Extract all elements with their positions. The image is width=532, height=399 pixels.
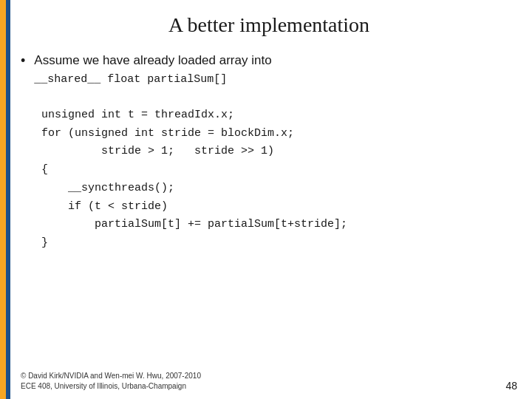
code-block: unsigned int t = threadIdx.x; for (unsig… bbox=[41, 106, 517, 253]
code-line-3: stride > 1; stride >> 1) bbox=[41, 143, 517, 161]
footer-copyright: © David Kirk/NVIDIA and Wen-mei W. Hwu, … bbox=[21, 371, 201, 381]
footer-page-number: 48 bbox=[505, 380, 517, 392]
bullet-dot: • bbox=[21, 53, 25, 69]
left-border-yellow bbox=[0, 0, 6, 399]
code-line-4: { bbox=[41, 161, 517, 180]
slide-title: A better implementation bbox=[21, 13, 517, 37]
code-line-1: unsigned int t = threadIdx.x; bbox=[41, 106, 517, 125]
bullet-item: • Assume we have already loaded array in… bbox=[21, 52, 517, 87]
footer-left: © David Kirk/NVIDIA and Wen-mei W. Hwu, … bbox=[21, 371, 201, 392]
code-line-5: __syncthreads(); bbox=[41, 180, 517, 198]
code-line-7: partialSum[t] += partialSum[t+stride]; bbox=[41, 216, 517, 234]
left-border-blue bbox=[6, 0, 10, 399]
bullet-section: • Assume we have already loaded array in… bbox=[21, 52, 517, 90]
code-line-2: for (unsigned int stride = blockDim.x; bbox=[41, 125, 517, 143]
footer: © David Kirk/NVIDIA and Wen-mei W. Hwu, … bbox=[21, 371, 517, 392]
slide-container: A better implementation • Assume we have… bbox=[0, 0, 532, 399]
bullet-line1: Assume we have already loaded array into bbox=[34, 53, 271, 67]
bullet-text: Assume we have already loaded array into… bbox=[34, 52, 271, 87]
bullet-line2: __shared__ float partialSum[] bbox=[34, 73, 227, 86]
slide-content: A better implementation • Assume we have… bbox=[21, 0, 517, 399]
code-line-8: } bbox=[41, 234, 517, 253]
footer-institution: ECE 408, University of Illinois, Urbana-… bbox=[21, 381, 201, 392]
code-line-6: if (t < stride) bbox=[41, 198, 517, 216]
